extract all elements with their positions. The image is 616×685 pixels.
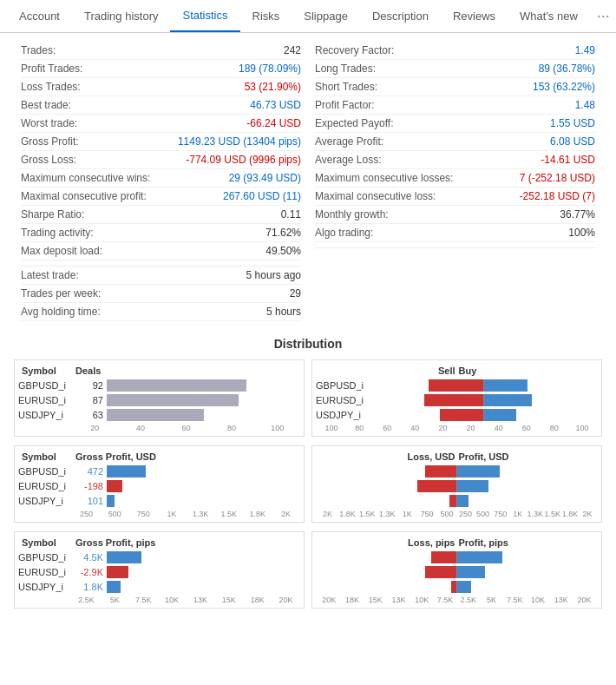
stats-right-col: Recovery Factor:1.49Long Trades:89 (36.7… [308,42,602,321]
distribution-section: Distribution Symbol Deals GBPUSD_i 92 EU… [0,330,616,631]
stat-row: Sharpe Ratio:0.11 [21,206,301,224]
stats-grid: Trades:242Profit Trades:189 (78.09%)Loss… [14,42,602,321]
tab-reviews[interactable]: Reviews [441,1,508,31]
distribution-row-3: Symbol Gross Profit, pips GBPUSD_i 4.5K … [14,531,602,609]
tab-risks[interactable]: Risks [240,1,292,31]
loss-profit-pips-row [316,581,598,593]
loss-profit-pips-chart: Loss, pips Profit, pips 7.5K [311,531,602,609]
stat-row: Profit Factor:1.48 [315,96,595,115]
stat-row: Trades per week:29 [21,285,301,303]
stat-row: Maximal consecutive profit:267.60 USD (1… [21,188,301,206]
stat-row: Best trade:46.73 USD [21,96,301,115]
more-tabs-button[interactable]: ··· [590,3,616,29]
stat-row: Gross Profit:1149.23 USD (13404 pips) [21,133,301,151]
stat-row: Average Loss:-14.61 USD [315,151,595,169]
stat-row: Worst trade:-66.24 USD [21,115,301,133]
sell-buy-header: Sell Buy [316,366,598,376]
loss-profit-pips-row [316,566,598,578]
loss-profit-usd-axis: 500 750 1K 1.3K 1.5K 1.8K 2K 250 500 750… [316,510,598,518]
tab-account[interactable]: Account [7,1,72,31]
sell-buy-axis: 20 40 60 80 100 20 40 60 80 100 [316,424,598,432]
sell-buy-chart-row: EURUSD_i [316,394,598,406]
stat-row: Algo trading:100% [315,224,595,242]
loss-profit-chart-row [316,495,598,507]
deals-chart-row: GBPUSD_i 92 [18,379,300,392]
stat-row: Recovery Factor:1.49 [315,42,595,60]
tab-slippage[interactable]: Slippage [292,1,360,31]
stat-row: Latest trade:5 hours ago [21,267,301,285]
stat-row: Monthly growth:36.77% [315,206,595,224]
gross-profit-pips-chart: Symbol Gross Profit, pips GBPUSD_i 4.5K … [14,531,305,609]
tab-statistics[interactable]: Statistics [170,0,239,32]
deals-chart-header: Symbol Deals [18,366,300,376]
stat-row: Long Trades:89 (36.78%) [315,60,595,78]
deals-chart: Symbol Deals GBPUSD_i 92 EURUSD_i 87 USD… [14,359,305,437]
stat-row: Maximum consecutive wins:29 (93.49 USD) [21,169,301,188]
stat-row: Expected Payoff:1.55 USD [315,115,595,133]
tab-whats-new[interactable]: What's new [508,1,590,31]
sell-buy-chart-row: GBPUSD_i [316,379,598,392]
loss-profit-usd-chart: Loss, USD Profit, USD 500 [311,445,602,523]
stat-row [315,242,595,248]
loss-profit-pips-row [316,551,598,563]
stat-row: Trades:242 [21,42,301,60]
stats-left-col: Trades:242Profit Trades:189 (78.09%)Loss… [14,42,308,321]
gross-profit-usd-axis: 250 500 750 1K 1.3K 1.5K 1.8K 2K [18,510,300,518]
sell-buy-chart: Sell Buy GBPUSD_i EURUSD_i USDJPY_i 20 [311,359,602,437]
stat-row: Profit Trades:189 (78.09%) [21,60,301,78]
gross-profit-pips-row: GBPUSD_i 4.5K [18,551,300,563]
stat-row: Gross Loss:-774.09 USD (9996 pips) [21,151,301,169]
gross-profit-usd-chart: Symbol Gross Profit, USD GBPUSD_i 472 EU… [14,445,305,523]
stat-row: Maximum consecutive losses:7 (-252.18 US… [315,169,595,188]
tabs-bar: Account Trading history Statistics Risks… [0,0,616,33]
stat-row: Max deposit load:49.50% [21,242,301,260]
stat-row: Short Trades:153 (63.22%) [315,78,595,96]
distribution-title: Distribution [14,337,602,351]
sell-buy-chart-row: USDJPY_i [316,409,598,421]
stat-row: Loss Trades:53 (21.90%) [21,78,301,96]
gross-profit-chart-row: GBPUSD_i 472 [18,465,300,478]
deals-chart-row: USDJPY_i 63 [18,409,300,421]
gross-profit-pips-row: USDJPY_i 1.8K [18,581,300,593]
stat-row: Maximal consecutive loss:-252.18 USD (7) [315,188,595,206]
deals-axis: 20 40 60 80 100 [18,424,300,432]
deals-chart-row: EURUSD_i 87 [18,394,300,406]
stat-row [21,260,301,267]
distribution-row-2: Symbol Gross Profit, USD GBPUSD_i 472 EU… [14,445,602,523]
tab-description[interactable]: Description [360,1,441,31]
distribution-row-1: Symbol Deals GBPUSD_i 92 EURUSD_i 87 USD… [14,359,602,437]
tab-trading-history[interactable]: Trading history [72,1,171,31]
stat-row: Avg holding time:5 hours [21,303,301,321]
gross-profit-chart-row: USDJPY_i 101 [18,495,300,507]
stat-row: Trading activity:71.62% [21,224,301,242]
stat-row: Average Profit:6.08 USD [315,133,595,151]
gross-profit-pips-row: EURUSD_i -2.9K [18,566,300,578]
loss-profit-chart-row [316,465,598,478]
gross-profit-chart-row: EURUSD_i -198 [18,480,300,492]
loss-profit-chart-row [316,480,598,492]
stats-section: Trades:242Profit Trades:189 (78.09%)Loss… [0,33,616,330]
